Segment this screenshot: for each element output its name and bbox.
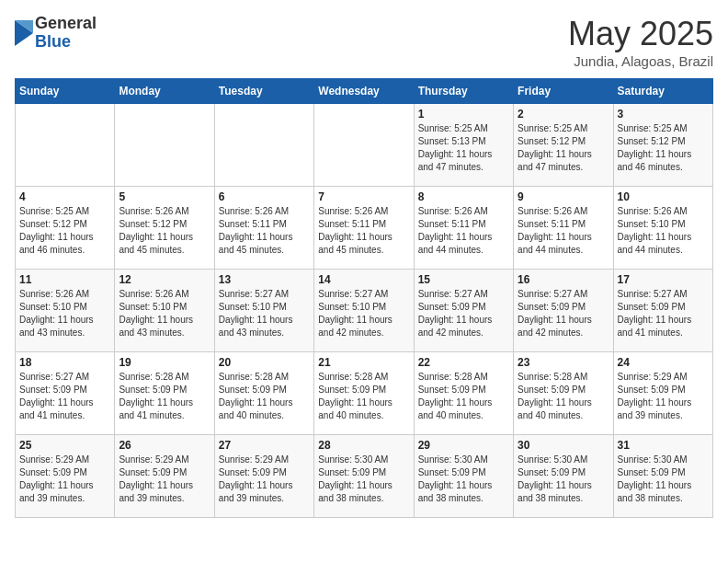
- day-number: 3: [618, 108, 709, 121]
- day-number: 13: [219, 273, 310, 286]
- day-info: Sunrise: 5:26 AM Sunset: 5:10 PM Dayligh…: [119, 288, 210, 339]
- day-number: 29: [418, 439, 509, 452]
- day-info: Sunrise: 5:27 AM Sunset: 5:10 PM Dayligh…: [318, 288, 409, 339]
- day-info: Sunrise: 5:28 AM Sunset: 5:09 PM Dayligh…: [318, 371, 409, 422]
- day-number: 17: [618, 273, 709, 286]
- day-info: Sunrise: 5:26 AM Sunset: 5:11 PM Dayligh…: [318, 205, 409, 257]
- day-info: Sunrise: 5:26 AM Sunset: 5:11 PM Dayligh…: [418, 205, 509, 257]
- weekday-header: Saturday: [613, 79, 712, 104]
- calendar-cell: [16, 104, 115, 187]
- calendar-cell: 10Sunrise: 5:26 AM Sunset: 5:10 PM Dayli…: [613, 187, 712, 270]
- calendar-week-row: 25Sunrise: 5:29 AM Sunset: 5:09 PM Dayli…: [16, 435, 713, 518]
- calendar-cell: 19Sunrise: 5:28 AM Sunset: 5:09 PM Dayli…: [115, 352, 214, 435]
- day-number: 30: [518, 439, 609, 452]
- day-number: 22: [418, 356, 509, 369]
- day-info: Sunrise: 5:28 AM Sunset: 5:09 PM Dayligh…: [219, 371, 310, 422]
- calendar-cell: 29Sunrise: 5:30 AM Sunset: 5:09 PM Dayli…: [414, 435, 513, 518]
- day-number: 20: [219, 356, 310, 369]
- day-number: 18: [19, 356, 110, 369]
- calendar-header-row: SundayMondayTuesdayWednesdayThursdayFrid…: [16, 79, 713, 104]
- calendar-cell: 9Sunrise: 5:26 AM Sunset: 5:11 PM Daylig…: [514, 187, 613, 270]
- calendar-cell: 14Sunrise: 5:27 AM Sunset: 5:10 PM Dayli…: [314, 270, 414, 352]
- page-header: General Blue May 2025 Jundia, Alagoas, B…: [15, 15, 713, 69]
- logo-icon: [15, 20, 33, 46]
- calendar-cell: 22Sunrise: 5:28 AM Sunset: 5:09 PM Dayli…: [414, 352, 513, 435]
- calendar-cell: 11Sunrise: 5:26 AM Sunset: 5:10 PM Dayli…: [16, 270, 115, 352]
- day-number: 9: [518, 190, 609, 203]
- day-info: Sunrise: 5:27 AM Sunset: 5:09 PM Dayligh…: [418, 288, 509, 339]
- day-info: Sunrise: 5:29 AM Sunset: 5:09 PM Dayligh…: [119, 454, 210, 505]
- day-info: Sunrise: 5:27 AM Sunset: 5:10 PM Dayligh…: [219, 288, 310, 339]
- day-number: 5: [119, 190, 210, 203]
- day-info: Sunrise: 5:26 AM Sunset: 5:11 PM Dayligh…: [219, 205, 310, 257]
- day-number: 16: [518, 273, 609, 286]
- calendar-cell: 8Sunrise: 5:26 AM Sunset: 5:11 PM Daylig…: [414, 187, 513, 270]
- location-subtitle: Jundia, Alagoas, Brazil: [568, 53, 713, 69]
- day-info: Sunrise: 5:30 AM Sunset: 5:09 PM Dayligh…: [318, 454, 409, 505]
- day-info: Sunrise: 5:25 AM Sunset: 5:13 PM Dayligh…: [418, 122, 509, 174]
- day-info: Sunrise: 5:28 AM Sunset: 5:09 PM Dayligh…: [418, 371, 509, 422]
- calendar-cell: 24Sunrise: 5:29 AM Sunset: 5:09 PM Dayli…: [613, 352, 712, 435]
- day-number: 26: [119, 439, 210, 452]
- calendar-cell: 28Sunrise: 5:30 AM Sunset: 5:09 PM Dayli…: [314, 435, 414, 518]
- day-number: 23: [518, 356, 609, 369]
- day-number: 31: [618, 439, 709, 452]
- day-info: Sunrise: 5:29 AM Sunset: 5:09 PM Dayligh…: [618, 371, 709, 422]
- day-info: Sunrise: 5:29 AM Sunset: 5:09 PM Dayligh…: [19, 454, 110, 505]
- calendar-week-row: 1Sunrise: 5:25 AM Sunset: 5:13 PM Daylig…: [16, 104, 713, 187]
- day-number: 21: [318, 356, 409, 369]
- day-info: Sunrise: 5:30 AM Sunset: 5:09 PM Dayligh…: [518, 454, 609, 505]
- day-info: Sunrise: 5:28 AM Sunset: 5:09 PM Dayligh…: [518, 371, 609, 422]
- title-block: May 2025 Jundia, Alagoas, Brazil: [568, 15, 713, 69]
- logo: General Blue: [15, 15, 97, 52]
- day-number: 19: [119, 356, 210, 369]
- day-number: 1: [418, 108, 509, 121]
- weekday-header: Thursday: [414, 79, 513, 104]
- calendar-cell: 6Sunrise: 5:26 AM Sunset: 5:11 PM Daylig…: [214, 187, 313, 270]
- weekday-header: Tuesday: [214, 79, 313, 104]
- day-number: 2: [518, 108, 609, 121]
- calendar-cell: 20Sunrise: 5:28 AM Sunset: 5:09 PM Dayli…: [214, 352, 313, 435]
- day-info: Sunrise: 5:26 AM Sunset: 5:12 PM Dayligh…: [119, 205, 210, 257]
- calendar-week-row: 18Sunrise: 5:27 AM Sunset: 5:09 PM Dayli…: [16, 352, 713, 435]
- calendar-cell: 5Sunrise: 5:26 AM Sunset: 5:12 PM Daylig…: [115, 187, 214, 270]
- day-number: 7: [318, 190, 409, 203]
- weekday-header: Friday: [514, 79, 613, 104]
- month-title: May 2025: [568, 15, 713, 53]
- calendar-table: SundayMondayTuesdayWednesdayThursdayFrid…: [15, 78, 713, 518]
- day-info: Sunrise: 5:27 AM Sunset: 5:09 PM Dayligh…: [518, 288, 609, 339]
- calendar-cell: 13Sunrise: 5:27 AM Sunset: 5:10 PM Dayli…: [214, 270, 313, 352]
- calendar-cell: 15Sunrise: 5:27 AM Sunset: 5:09 PM Dayli…: [414, 270, 513, 352]
- logo-general-text: General: [35, 15, 97, 33]
- day-info: Sunrise: 5:27 AM Sunset: 5:09 PM Dayligh…: [618, 288, 709, 339]
- calendar-cell: [314, 104, 414, 187]
- calendar-cell: [115, 104, 214, 187]
- day-number: 25: [19, 439, 110, 452]
- day-number: 27: [219, 439, 310, 452]
- calendar-cell: 30Sunrise: 5:30 AM Sunset: 5:09 PM Dayli…: [514, 435, 613, 518]
- day-number: 8: [418, 190, 509, 203]
- calendar-cell: 31Sunrise: 5:30 AM Sunset: 5:09 PM Dayli…: [613, 435, 712, 518]
- logo-blue-text: Blue: [35, 33, 97, 52]
- day-number: 24: [618, 356, 709, 369]
- day-number: 12: [119, 273, 210, 286]
- day-info: Sunrise: 5:27 AM Sunset: 5:09 PM Dayligh…: [19, 371, 110, 422]
- weekday-header: Wednesday: [314, 79, 414, 104]
- calendar-cell: 1Sunrise: 5:25 AM Sunset: 5:13 PM Daylig…: [414, 104, 513, 187]
- day-info: Sunrise: 5:25 AM Sunset: 5:12 PM Dayligh…: [19, 205, 110, 257]
- calendar-cell: 3Sunrise: 5:25 AM Sunset: 5:12 PM Daylig…: [613, 104, 712, 187]
- calendar-cell: 27Sunrise: 5:29 AM Sunset: 5:09 PM Dayli…: [214, 435, 313, 518]
- calendar-cell: 23Sunrise: 5:28 AM Sunset: 5:09 PM Dayli…: [514, 352, 613, 435]
- calendar-cell: [214, 104, 313, 187]
- day-info: Sunrise: 5:28 AM Sunset: 5:09 PM Dayligh…: [119, 371, 210, 422]
- calendar-cell: 18Sunrise: 5:27 AM Sunset: 5:09 PM Dayli…: [16, 352, 115, 435]
- calendar-cell: 16Sunrise: 5:27 AM Sunset: 5:09 PM Dayli…: [514, 270, 613, 352]
- calendar-week-row: 4Sunrise: 5:25 AM Sunset: 5:12 PM Daylig…: [16, 187, 713, 270]
- day-info: Sunrise: 5:25 AM Sunset: 5:12 PM Dayligh…: [518, 122, 609, 174]
- day-number: 15: [418, 273, 509, 286]
- day-number: 10: [618, 190, 709, 203]
- calendar-cell: 17Sunrise: 5:27 AM Sunset: 5:09 PM Dayli…: [613, 270, 712, 352]
- weekday-header: Sunday: [16, 79, 115, 104]
- day-info: Sunrise: 5:26 AM Sunset: 5:10 PM Dayligh…: [618, 205, 709, 257]
- day-info: Sunrise: 5:26 AM Sunset: 5:10 PM Dayligh…: [19, 288, 110, 339]
